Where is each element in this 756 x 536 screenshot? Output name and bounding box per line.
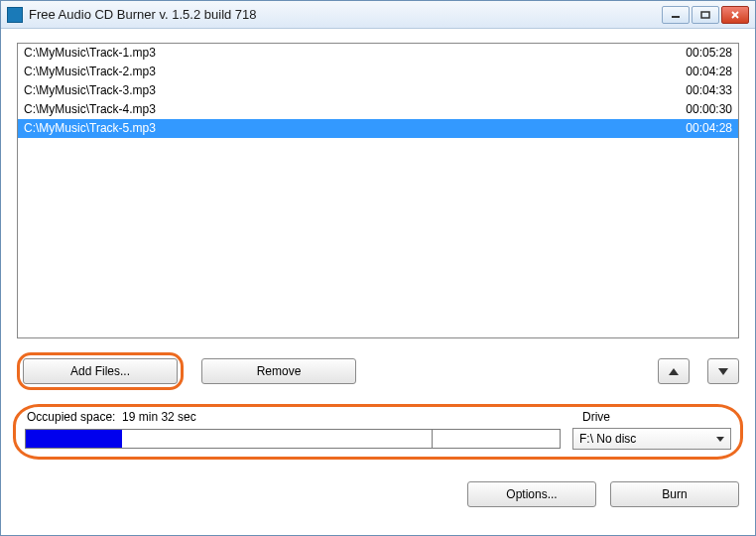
burn-button[interactable]: Burn: [610, 481, 739, 507]
highlight-add-files: Add Files...: [17, 352, 184, 390]
file-path: C:\MyMusic\Track-5.mp3: [24, 120, 156, 137]
app-icon: [7, 7, 23, 23]
progress-row: F:\ No disc: [25, 428, 731, 450]
file-duration: 00:04:33: [686, 82, 732, 99]
close-icon: [730, 11, 740, 19]
file-row[interactable]: C:\MyMusic\Track-4.mp300:00:30: [18, 100, 738, 119]
space-drive-section: Occupied space: 19 min 32 sec Drive F:\ …: [17, 406, 739, 458]
drive-select[interactable]: F:\ No disc: [572, 428, 731, 450]
bottom-buttons-row: Options... Burn: [17, 481, 739, 507]
file-path: C:\MyMusic\Track-4.mp3: [24, 101, 156, 118]
file-row[interactable]: C:\MyMusic\Track-1.mp300:05:28: [18, 44, 738, 63]
file-list[interactable]: C:\MyMusic\Track-1.mp300:05:28C:\MyMusic…: [17, 43, 739, 338]
file-duration: 00:04:28: [686, 64, 732, 80]
move-down-button[interactable]: [707, 358, 739, 384]
add-files-button[interactable]: Add Files...: [23, 358, 178, 384]
move-up-button[interactable]: [658, 358, 690, 384]
file-row[interactable]: C:\MyMusic\Track-2.mp300:04:28: [18, 63, 738, 81]
remove-button[interactable]: Remove: [201, 358, 356, 384]
occupied-space-label: Occupied space: 19 min 32 sec: [27, 410, 196, 424]
minimize-icon: [671, 11, 681, 19]
maximize-button[interactable]: [692, 6, 719, 24]
file-buttons-row: Add Files... Remove: [17, 352, 739, 390]
maximize-icon: [700, 11, 710, 19]
progress-fill: [26, 430, 122, 448]
svg-rect-1: [701, 12, 709, 18]
window-controls: [662, 6, 749, 24]
content-area: C:\MyMusic\Track-1.mp300:05:28C:\MyMusic…: [1, 29, 755, 535]
file-path: C:\MyMusic\Track-3.mp3: [24, 82, 156, 99]
titlebar: Free Audio CD Burner v. 1.5.2 build 718: [1, 1, 755, 29]
arrow-down-icon: [718, 368, 728, 375]
app-window: Free Audio CD Burner v. 1.5.2 build 718 …: [0, 0, 756, 536]
occupied-progress: [25, 429, 561, 449]
chevron-down-icon: [716, 437, 724, 442]
space-drive-labels: Occupied space: 19 min 32 sec Drive: [25, 410, 731, 424]
file-path: C:\MyMusic\Track-2.mp3: [24, 64, 156, 80]
file-row[interactable]: C:\MyMusic\Track-5.mp300:04:28: [18, 119, 738, 138]
file-duration: 00:00:30: [686, 101, 732, 118]
drive-label: Drive: [582, 410, 610, 424]
arrow-up-icon: [669, 368, 679, 375]
options-button[interactable]: Options...: [467, 481, 596, 507]
file-path: C:\MyMusic\Track-1.mp3: [24, 45, 156, 62]
progress-tick: [432, 430, 433, 448]
file-row[interactable]: C:\MyMusic\Track-3.mp300:04:33: [18, 81, 738, 100]
file-duration: 00:04:28: [686, 120, 732, 137]
file-duration: 00:05:28: [686, 45, 732, 62]
window-title: Free Audio CD Burner v. 1.5.2 build 718: [29, 7, 662, 22]
close-button[interactable]: [721, 6, 749, 24]
minimize-button[interactable]: [662, 6, 690, 24]
drive-selected-value: F:\ No disc: [579, 432, 636, 446]
